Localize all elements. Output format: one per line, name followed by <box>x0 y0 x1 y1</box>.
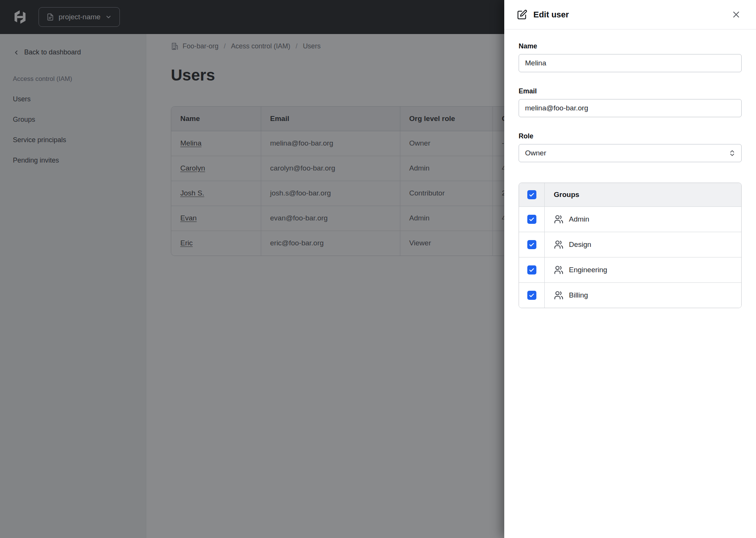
group-row-engineering[interactable]: Engineering <box>519 257 741 283</box>
group-checkbox[interactable] <box>527 215 536 224</box>
edit-user-drawer: Edit user Name Email Role Owner <box>504 0 756 538</box>
group-row-admin[interactable]: Admin <box>519 207 741 232</box>
group-row-billing[interactable]: Billing <box>519 283 741 308</box>
checkmark-icon <box>529 242 534 248</box>
group-label: Design <box>569 240 591 249</box>
group-row-design[interactable]: Design <box>519 232 741 257</box>
group-label: Billing <box>569 291 588 299</box>
drawer-title: Edit user <box>533 10 569 20</box>
edit-pencil-square-icon <box>517 9 527 20</box>
group-checkbox[interactable] <box>527 240 536 249</box>
group-label: Engineering <box>569 266 607 274</box>
checkmark-icon <box>529 267 534 273</box>
drawer-body: Name Email Role Owner <box>504 29 756 308</box>
group-label: Admin <box>569 215 589 223</box>
role-select-value: Owner <box>525 149 546 157</box>
users-icon <box>554 290 564 300</box>
email-field-group: Email <box>519 87 742 117</box>
close-x-icon <box>732 10 741 19</box>
checkmark-icon <box>529 217 534 222</box>
groups-select-all-checkbox[interactable] <box>527 190 536 199</box>
drawer-header: Edit user <box>504 0 756 29</box>
app-screen: project-name Back to dashboard Access co… <box>0 0 756 538</box>
name-field-group: Name <box>519 42 742 72</box>
checkmark-icon <box>529 293 534 298</box>
name-input[interactable] <box>519 54 742 72</box>
checkmark-icon <box>529 192 534 198</box>
email-input[interactable] <box>519 99 742 117</box>
group-checkbox[interactable] <box>527 265 536 274</box>
name-field-label: Name <box>519 42 742 50</box>
email-field-label: Email <box>519 87 742 95</box>
drawer-close-button[interactable] <box>729 8 743 22</box>
chevrons-up-down-icon <box>728 149 736 157</box>
groups-panel: Groups Admin <box>519 183 742 308</box>
users-icon <box>554 214 564 224</box>
users-icon <box>554 265 564 275</box>
users-icon <box>554 240 564 250</box>
groups-panel-title: Groups <box>554 191 579 199</box>
role-select[interactable]: Owner <box>519 144 742 162</box>
role-field-label: Role <box>519 132 742 140</box>
groups-panel-header-row: Groups <box>519 183 741 207</box>
group-checkbox[interactable] <box>527 291 536 300</box>
role-field-group: Role Owner <box>519 132 742 162</box>
